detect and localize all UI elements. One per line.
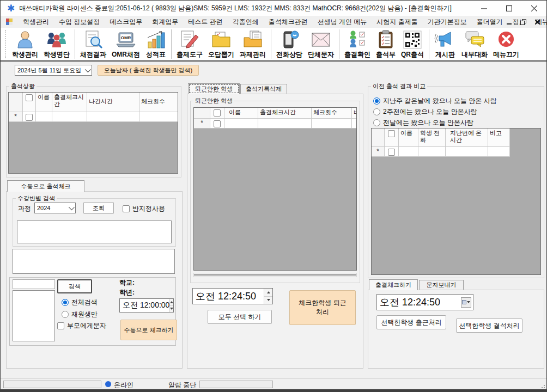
column-header-name[interactable]: 이름 xyxy=(399,128,418,147)
toolbar-button-homework-management[interactable]: 과제관리 xyxy=(237,28,269,59)
student-list-box[interactable] xyxy=(13,290,55,341)
toolbar-button-grading-results[interactable]: 채점결과 xyxy=(77,28,109,59)
toolbar-button-student-management[interactable]: 학생관리 xyxy=(9,28,41,59)
radio-enrolled-only[interactable]: 재원생만 xyxy=(62,310,98,319)
close-button[interactable] xyxy=(521,1,546,16)
toolbar-button-phone-consult[interactable]: 전화상담 xyxy=(274,28,305,59)
checkbox-icon xyxy=(26,114,33,121)
radio-two-weeks-ago[interactable]: 2주전에는 왔으나 오늘 안온사람 xyxy=(373,107,477,117)
parent-sms-checkbox-label: 부모에게문자 xyxy=(67,321,106,330)
checkin-selected-button[interactable]: 선택한학생 출근처리 xyxy=(376,315,446,329)
column-header-check-count[interactable]: 체크횟수 xyxy=(139,93,178,112)
student-search-input[interactable] xyxy=(13,279,55,289)
tab-manual-attendance[interactable]: 수동으로 출석체크 xyxy=(7,180,84,192)
radio-last-week-same-day[interactable]: 지난주 같은날에 왔으나 오늘 안온 사람 xyxy=(373,96,497,106)
column-header-last-time[interactable]: 지난번에 온시간 xyxy=(446,128,488,147)
toolbar-button-omr-grading[interactable]: OMR OMR채점 xyxy=(109,28,143,59)
column-header-checkin-time[interactable]: 출결체크시간 xyxy=(52,93,87,112)
select-all-button[interactable]: 모두 선택 하기 xyxy=(208,310,272,324)
column-header-check-count[interactable]: 체크횟수 xyxy=(312,108,352,119)
menu-item-test-related[interactable]: 테스트 관련 xyxy=(183,16,227,28)
column-header-out-time[interactable]: 나간시간 xyxy=(87,93,139,112)
mdi-close-button[interactable] xyxy=(531,17,543,27)
student-search-button[interactable]: 검색 xyxy=(57,279,92,293)
column-header-name[interactable]: 이름 xyxy=(36,93,52,112)
absent-selected-button[interactable]: 선택한학생 결석처리 xyxy=(456,318,522,333)
student-result-listbox[interactable] xyxy=(13,249,175,274)
class-assign-checkbox-row[interactable]: 반지정사용 xyxy=(123,204,165,213)
resize-grip[interactable] xyxy=(540,383,545,389)
calendar-dropdown-icon[interactable] xyxy=(461,297,471,308)
manual-check-button[interactable]: 수동으로 체크하기 xyxy=(120,320,177,340)
row-checkbox-cell[interactable] xyxy=(23,112,36,122)
menu-item-class-info-settings[interactable]: 수업 정보설정 xyxy=(54,16,105,28)
mdi-restore-button[interactable] xyxy=(517,17,529,27)
tab-attendance-check[interactable]: 출결체크하기 xyxy=(369,279,418,290)
row-checkbox-cell[interactable] xyxy=(385,147,399,157)
radio-previous-day[interactable]: 전날에는 왔으나 오늘 안온사람 xyxy=(373,118,473,127)
table-row[interactable]: * xyxy=(194,119,357,128)
toolbar-button-bulletin-board[interactable]: 게시판 xyxy=(431,28,459,59)
horizontal-scrollbar[interactable] xyxy=(193,273,357,277)
toolbar-button-qr-attendance[interactable]: QR출석 xyxy=(398,28,427,59)
menu-item-institution-info[interactable]: 기관기본정보 xyxy=(423,16,472,28)
tab-send-sms[interactable]: 문자보내기 xyxy=(419,280,464,290)
toolbar-button-question-tools[interactable]: 출제도구 xyxy=(174,28,205,59)
attendance-table[interactable]: 이름 출결체크시간 나간시간 체크횟수 * xyxy=(8,92,178,174)
menu-item-exam-tool[interactable]: 시험지 출제툴 xyxy=(372,16,422,28)
minimize-button[interactable] xyxy=(471,1,496,16)
mdi-minimize-button[interactable] xyxy=(503,17,515,27)
select-all-checkbox-cell[interactable] xyxy=(385,128,399,147)
toolbar-button-group-sms[interactable]: 단체문자 xyxy=(305,28,337,59)
parent-sms-checkbox-row[interactable]: 부모에게문자 xyxy=(57,321,106,330)
course-select[interactable]: 2024 xyxy=(34,203,76,213)
menu-item-accounting[interactable]: 회계업무 xyxy=(147,16,183,28)
toolbar-button-menu-off[interactable]: 메뉴끄기 xyxy=(490,28,522,59)
not-left-table[interactable]: 이름 출결체크시간 체크횟수 비고 * xyxy=(193,107,357,271)
toolbar-button-label: 성적표 xyxy=(146,50,166,59)
course-search-button[interactable]: 조회 xyxy=(83,202,114,214)
toolbar-button-label: OMR채점 xyxy=(112,50,140,59)
toolbar-button-report-card[interactable]: 성적표 xyxy=(143,28,169,59)
toolbar-button-attendance-confirm[interactable]: 출결확인 xyxy=(342,28,373,59)
toolbar-button-internal-chat[interactable]: 내부대화 xyxy=(459,28,490,59)
column-header-student-phone[interactable]: 학생 전화 xyxy=(418,128,446,147)
omr-laptop-icon: OMR xyxy=(115,29,137,50)
spinner-updown-icon[interactable] xyxy=(169,299,173,312)
menu-item-printing[interactable]: 각종인쇄 xyxy=(228,16,264,28)
toolbar-grip xyxy=(5,30,8,58)
toolbar-button-wrong-answer-pick[interactable]: 오답뽑기 xyxy=(205,28,237,59)
checkin-time-picker[interactable]: 오전 12:24:50 xyxy=(376,294,473,310)
tab-not-left-students[interactable]: 퇴근안한 학생 xyxy=(188,83,240,94)
menu-item-open-folder[interactable]: 폴더열기 xyxy=(472,16,508,28)
column-header-name[interactable]: 이름 xyxy=(224,108,258,119)
compare-table[interactable]: 이름 학생 전화 지난번에 온시간 비고 * xyxy=(371,128,541,275)
menu-item-teacher-personal[interactable]: 선생님 개인 메뉴 xyxy=(313,16,372,28)
row-checkbox-cell[interactable] xyxy=(210,119,224,128)
select-all-checkbox-cell[interactable] xyxy=(210,108,224,119)
class-listbox[interactable] xyxy=(17,220,172,243)
toolbar-button-student-roster[interactable]: 학생명단 xyxy=(41,28,72,59)
checkout-button[interactable]: 체크한학생 퇴근 처리 xyxy=(289,290,356,325)
menu-item-desk-work[interactable]: 데스크업무 xyxy=(105,16,147,28)
menu-item-attendance-check[interactable]: 출석체크관련 xyxy=(264,16,313,28)
column-header-note[interactable]: 비고 xyxy=(352,108,357,119)
checkout-time-spinner[interactable]: 오전 12:24:50 xyxy=(192,288,273,304)
tab-delete-attendance-record[interactable]: 출석기록삭제 xyxy=(240,84,287,94)
date-select[interactable]: 2024년 5월 11일 토요일 xyxy=(15,65,92,76)
toolbar-button-label: 학생명단 xyxy=(44,50,70,59)
column-header-note[interactable]: 비고 xyxy=(488,128,510,147)
select-all-checkbox-cell[interactable] xyxy=(23,93,36,112)
table-row[interactable]: * xyxy=(372,147,541,157)
maximize-button[interactable] xyxy=(496,1,521,16)
today-search-button[interactable]: 오늘날짜 ( 출석한 학생들만 검색) xyxy=(98,65,199,76)
table-row[interactable]: * xyxy=(9,112,178,122)
column-header-checkin-time[interactable]: 출결체크시간 xyxy=(258,108,312,119)
toolbar-button-attendance-book[interactable]: 출석부 xyxy=(373,28,398,59)
spinner-updown-icon[interactable] xyxy=(264,289,272,304)
radio-search-all[interactable]: 전체검색 xyxy=(62,298,98,307)
compare-table-header: 이름 학생 전화 지난번에 온시간 비고 xyxy=(372,128,541,147)
manual-time-spinner[interactable]: 오전 12:00:00 xyxy=(119,298,174,313)
radio-search-all-label: 전체검색 xyxy=(71,298,98,307)
menu-item-student-management[interactable]: 학생관리 xyxy=(18,16,54,28)
